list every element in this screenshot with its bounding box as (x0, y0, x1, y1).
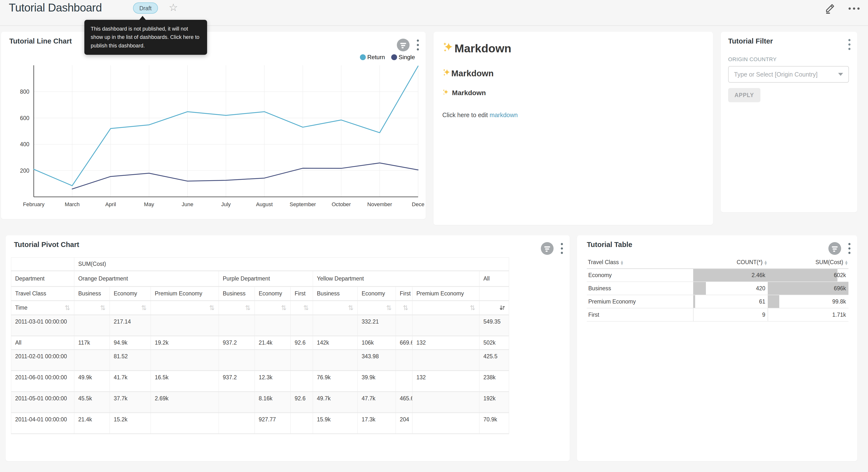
pivot-cell: 142k (313, 336, 358, 350)
page-title: Tutorial Dashboard (9, 1, 102, 14)
pivot-sort-header: ⇅ (313, 301, 358, 315)
pivot-cell: 217.14 (110, 315, 151, 336)
x-tick-label: February (23, 201, 44, 207)
cell-value: 420 (695, 285, 766, 292)
more-ellipsis-icon[interactable] (847, 3, 861, 14)
markdown-h1: Markdown (442, 41, 704, 56)
pivot-cell: 12.3k (255, 371, 291, 392)
pivot-cell: 21.4k (74, 413, 110, 434)
pivot-cell: 937.2 (219, 336, 255, 350)
pivot-time-label: Time (15, 304, 27, 311)
sort-updown-icon[interactable]: ⇅ (403, 304, 408, 311)
pivot-cell: 92.6 (291, 336, 313, 350)
sort-updown-icon[interactable]: ⇅ (281, 304, 286, 311)
pivot-cell: 549.35 (479, 315, 509, 336)
pivot-sort-flex (484, 305, 505, 311)
pivot-cell (255, 350, 291, 371)
pivot-cell: 16.5k (151, 371, 219, 392)
sort-updown-icon[interactable]: ⇅ (470, 304, 475, 311)
pivot-sort-header: ⇅ (219, 301, 255, 315)
pivot-department-label: Department (11, 271, 74, 287)
sort-updown-icon[interactable]: ⇅ (209, 304, 215, 311)
sort-updown-icon[interactable]: ⇅ (303, 304, 309, 311)
x-tick-label: April (105, 201, 116, 207)
draft-badge[interactable]: Draft (133, 2, 158, 14)
markdown-edit-link[interactable]: markdown (490, 112, 518, 118)
sort-carets-icon[interactable]: ▲▼ (765, 260, 767, 265)
filter-badge-icon[interactable] (828, 242, 842, 255)
sort-carets-icon[interactable]: ▲▼ (845, 260, 847, 265)
table-column-header[interactable]: SUM(Cost)▲▼ (768, 256, 848, 268)
pivot-cell (74, 350, 110, 371)
origin-country-select[interactable]: Type or Select [Origin Country] (728, 66, 849, 83)
cell-value: 1.71k (769, 312, 847, 318)
pivot-cell: 132 (412, 336, 479, 350)
pivot-cell (151, 315, 219, 336)
y-tick-label: 800 (20, 89, 29, 95)
pivot-table: SUM(Cost)DepartmentOrange DepartmentPurp… (11, 257, 509, 434)
sort-updown-icon[interactable]: ⇅ (100, 304, 105, 311)
pivot-cell: 21.4k (255, 336, 291, 350)
pivot-cell: 92.6 (291, 392, 313, 413)
pivot-time-flex: Time⇅ (15, 304, 70, 311)
pivot-sort-header: ⇅ (151, 301, 219, 315)
kebab-menu-icon[interactable] (560, 242, 563, 255)
markdown-h3: Markdown (442, 89, 704, 97)
markdown-body: Markdown Markdown Markdown Click here to… (442, 41, 704, 119)
apply-button[interactable]: APPLY (728, 88, 761, 102)
pivot-chart-panel: Tutorial Pivot Chart SUM(Cost)Department… (6, 235, 570, 461)
pivot-row-label: All (11, 336, 74, 350)
cell-value: 61 (695, 298, 766, 305)
pivot-class-header: Economy (358, 287, 396, 301)
pivot-cell: 37.7k (110, 392, 151, 413)
sum-cell: 602k (768, 268, 848, 282)
sort-updown-icon[interactable]: ⇅ (245, 304, 251, 311)
sort-carets-icon[interactable]: ▲▼ (621, 260, 623, 265)
pivot-cell (219, 413, 255, 434)
pivot-row-label: 2011-03-01 00:00:00 (11, 315, 74, 336)
pivot-class-header: Premium Economy (151, 287, 219, 301)
x-tick-label: November (367, 201, 392, 207)
table-column-header[interactable]: Travel Class▲▼ (587, 256, 693, 268)
pivot-data-row: 2011-05-01 00:00:0045.5k37.7k2.69k8.16k9… (11, 392, 509, 413)
filter-badge-icon[interactable] (540, 242, 554, 255)
pivot-row-label: 2011-04-01 00:00:00 (11, 413, 74, 434)
markdown-paragraph-text: Click here to edit (442, 112, 490, 118)
favorite-star-icon[interactable]: ☆ (169, 1, 178, 13)
sum-cell: 99.8k (768, 295, 848, 308)
travel-class-cell: Premium Economy (587, 295, 693, 308)
kebab-menu-icon[interactable] (848, 242, 851, 255)
filter-panel: Tutorial Filter ORIGIN COUNTRY Type or S… (721, 32, 857, 212)
edit-pencil-icon[interactable] (825, 3, 836, 14)
y-tick-label: 600 (20, 115, 29, 121)
pivot-header-row-time: Time⇅⇅⇅⇅⇅⇅⇅⇅⇅⇅⇅ (11, 301, 509, 315)
pivot-sort-header: ⇅ (412, 301, 479, 315)
table-panel: Tutorial Table Travel Class▲▼COUNT(*)▲▼S… (577, 235, 857, 461)
sort-updown-icon[interactable]: ⇅ (348, 304, 353, 311)
pivot-class-header: Economy (110, 287, 151, 301)
sort-updown-icon[interactable]: ⇅ (386, 304, 392, 311)
table-column-header[interactable]: COUNT(*)▲▼ (693, 256, 768, 268)
pivot-cell: 49.7k (313, 392, 358, 413)
pivot-sort-flex: ⇅ (400, 304, 408, 311)
pivot-department-group: Purple Department (219, 271, 313, 287)
pivot-cell (396, 371, 412, 392)
pivot-data-row: 2011-04-01 00:00:0021.4k15.2k927.7715.9k… (11, 413, 509, 434)
pivot-class-header: Business (219, 287, 255, 301)
pivot-cell: 117k (74, 336, 110, 350)
pivot-sort-header: ⇅ (358, 301, 396, 315)
pivot-sort-header-all (479, 301, 509, 315)
pivot-cell: 2.69k (151, 392, 219, 413)
pivot-cell: 332.21 (358, 315, 396, 336)
pivot-cell: 343.98 (358, 350, 396, 371)
kebab-menu-icon[interactable] (848, 38, 851, 51)
pivot-class-header: Economy (255, 287, 291, 301)
pivot-sort-header: ⇅ (74, 301, 110, 315)
sort-active-icon[interactable] (499, 305, 505, 311)
sort-updown-icon[interactable]: ⇅ (65, 304, 70, 311)
pivot-cell: 937.2 (219, 371, 255, 392)
pivot-cell: 47.7k (358, 392, 396, 413)
sort-updown-icon[interactable]: ⇅ (141, 304, 147, 311)
pivot-cell (151, 350, 219, 371)
markdown-h3-text: Markdown (452, 89, 486, 97)
